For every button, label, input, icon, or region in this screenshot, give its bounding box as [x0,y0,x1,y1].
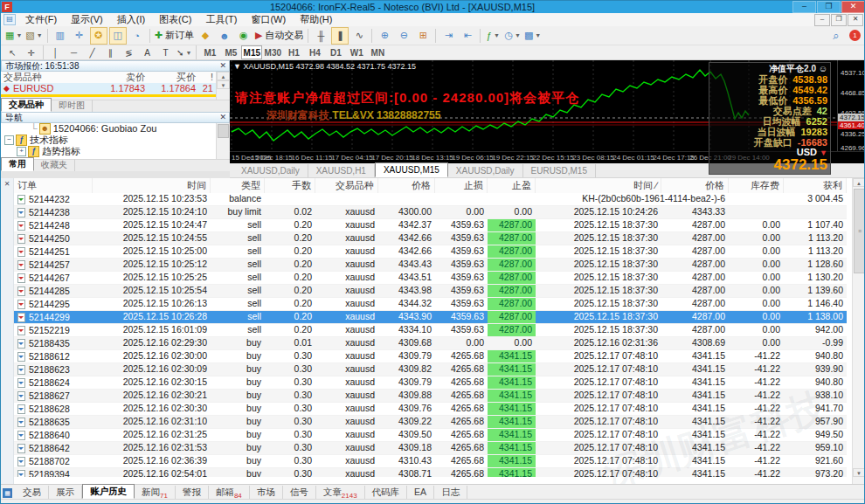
chart-tab-4[interactable]: EURUSD,M15 [523,164,596,177]
order-row[interactable]: 521886422025.12.16 02:31:53buy0.30xauusd… [14,442,847,455]
label-tool[interactable]: T [157,45,174,59]
chart-shift-button[interactable]: ⇤ [459,27,476,45]
menu-item-2[interactable]: 插入(I) [110,13,152,26]
orders-col-6[interactable]: 止损 [435,178,488,193]
bottom-tab-0[interactable]: 交易 [16,486,49,499]
order-row[interactable]: 521442322025.12.15 10:23:53balanceKH-(2b… [14,193,847,206]
orders-col-0[interactable]: 订单 [14,178,93,193]
nav-item-0[interactable]: └☻15204066: Guobiao Zou [1,123,216,135]
zoom-in-button[interactable]: ⊕ [376,27,393,45]
crosshair-tool[interactable]: ✛ [23,45,39,59]
bottom-tab-1[interactable]: 展示 [49,486,82,499]
orders-col-3[interactable]: 手数 [265,178,315,193]
timeframe-m5[interactable]: M5 [220,45,241,59]
close-button[interactable]: ✕ [841,1,865,13]
nav-tab-1[interactable]: 收藏夹 [34,159,75,171]
nav-item-1[interactable]: −ƒ技术指标 [1,135,216,146]
order-row[interactable]: 521886232025.12.16 02:30:09buy0.30xauusd… [14,363,847,376]
mdi-close-button[interactable]: ✕ [848,14,863,26]
orders-col-5[interactable]: 价格 [378,178,435,193]
dropdown-arrow-icon[interactable]: ▼ [515,32,521,38]
dropdown-arrow-icon[interactable]: ▼ [494,32,500,38]
panel-splitter[interactable] [1,171,230,178]
dropdown-arrow-icon[interactable]: ▼ [535,32,541,38]
zoom-out-button[interactable]: ⊖ [395,27,412,45]
indicators-button[interactable]: ƒ▼ [484,27,502,45]
timeframe-m1[interactable]: M1 [199,45,220,59]
orders-col-1[interactable]: 时间 [93,178,211,193]
dropdown-arrow-icon[interactable]: ▼ [16,32,22,38]
new-chart-button[interactable]: ▦▼ [4,27,23,45]
order-row[interactable]: 521442952025.12.15 10:26:13sell0.20xauus… [14,298,847,311]
bottom-tab-8[interactable]: 文章2143 [316,486,365,499]
order-row[interactable]: 521442672025.12.15 10:25:25sell0.20xauus… [14,272,847,285]
notification-badge[interactable]: 1 [849,30,861,41]
order-row[interactable]: 521442502025.12.15 10:24:55sell0.20xauus… [14,232,847,245]
mw-tab-1[interactable]: 即时图 [52,100,93,112]
toolbox-toggle[interactable]: ◫ [109,27,127,45]
chart-tab-1[interactable]: XAUUSD,H1 [308,164,375,177]
strategy-tester-toggle[interactable]: ◔ [128,27,146,45]
market-watch-close-icon[interactable]: ✕ [219,61,226,71]
bottom-tab-7[interactable]: 信号 [283,486,316,499]
order-row[interactable]: 521442382025.12.15 10:24:10buy limit0.02… [14,206,847,219]
tree-expander-icon[interactable]: − [4,135,14,145]
vline-tool[interactable]: │ [47,45,64,59]
toolbox-close-icon[interactable]: ✕ [1,180,13,188]
text-tool[interactable]: A [139,45,156,59]
community-button[interactable]: ◉ [235,27,253,45]
tree-expander-icon[interactable]: + [17,147,26,156]
tile-windows-button[interactable]: ⊞ [414,27,432,45]
scroll-thumb[interactable] [218,124,229,138]
order-row[interactable]: 521886352025.12.16 02:31:10buy0.30xauusd… [14,416,847,429]
menu-item-1[interactable]: 显示(V) [64,13,110,26]
channel-tool[interactable]: ∥ [102,45,119,59]
order-row[interactable]: 521886122025.12.16 02:30:00buy0.30xauusd… [14,350,847,363]
order-row[interactable]: 521887022025.12.16 02:36:39buy0.30xauusd… [14,455,847,468]
mdi-minimize-button[interactable]: – [814,14,830,26]
algo-trading-button[interactable]: ▶自动交易 [254,27,304,45]
maximize-button[interactable]: ❐ [817,1,841,13]
fibonacci-tool[interactable]: ≶ [121,45,137,59]
timeframe-h4[interactable]: H4 [304,45,325,59]
orders-col-9[interactable]: 价格 [661,178,729,193]
timeframe-w1[interactable]: W1 [346,45,367,59]
timeframe-m15[interactable]: M15 [241,45,262,59]
search-icon[interactable]: ⌕ [827,27,845,45]
scroll-up-icon[interactable]: ▲ [853,178,865,187]
menu-item-0[interactable]: 文件(F) [18,13,64,26]
navigator-toggle[interactable]: ✪ [90,27,107,45]
chat-button[interactable]: ☻ [216,27,233,45]
order-row[interactable]: 521442512025.12.15 10:25:00sell0.20xauus… [14,245,847,259]
order-row[interactable]: 521884352025.12.16 02:29:30buy0.01xauusd… [14,337,847,350]
templates-button[interactable]: ▩▼ [523,27,542,45]
bar-chart-button[interactable]: ╫ [312,27,329,45]
menu-item-4[interactable]: 工具(T) [198,13,244,26]
orders-col-8[interactable]: 时间 ∕ [536,178,661,193]
cursor-tool[interactable]: ↖ [4,45,21,59]
chart-tab-2[interactable]: XAUUSD,M15 [375,162,448,177]
order-row[interactable]: 521886272025.12.16 02:30:21buy0.30xauusd… [14,390,847,403]
order-row[interactable]: 521886242025.12.16 02:30:15buy0.30xauusd… [14,376,847,390]
bottom-tab-11[interactable]: 日志 [434,486,467,499]
nav-tab-0[interactable]: 常用 [1,157,34,171]
mw-tab-0[interactable]: 交易品种 [1,98,52,112]
orders-col-7[interactable]: 止盈 [488,178,536,193]
scroll-up-icon[interactable]: ▲ [217,72,230,80]
orders-col-2[interactable]: 类型 [211,178,265,193]
scroll-down-icon[interactable]: ▼ [217,80,230,89]
scroll-thumb[interactable]: ≡ [854,189,865,273]
bottom-tab-10[interactable]: EA [407,486,434,499]
candlestick-button[interactable]: ❚ [331,27,349,45]
order-row[interactable]: 521442992025.12.15 10:26:28sell0.20xauus… [14,311,847,324]
profiles-button[interactable]: ▧▼ [24,27,43,45]
navigator-close-icon[interactable]: ✕ [219,113,226,122]
scroll-down-icon[interactable]: ▼ [853,468,865,477]
market-watch-toggle[interactable]: ▥ [52,27,69,45]
dropdown-arrow-icon[interactable]: ▼ [185,50,191,56]
objects-tool[interactable]: ➘▼ [176,45,192,59]
chart-area[interactable]: ▼ XAUUSD,M15 4372.98 4384.52 4371.75 437… [230,60,865,163]
chart-tab-3[interactable]: XAUUSD,Daily [448,164,523,177]
orders-col-4[interactable]: 交易品种 [315,178,378,193]
orders-col-11[interactable]: 获利 [784,178,847,193]
